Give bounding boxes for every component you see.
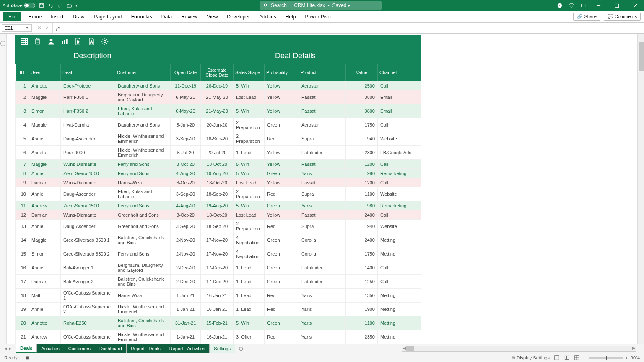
macro-record-icon[interactable]: ▣ [25, 355, 29, 360]
cell-product[interactable]: Aerostar [299, 118, 346, 132]
cell-id[interactable]: 9 [16, 178, 29, 187]
cell-est[interactable]: 16-Jan-21 [201, 330, 234, 344]
cell-est[interactable]: 17-Dec-20 [201, 261, 234, 275]
cell-id[interactable]: 15 [16, 247, 29, 261]
cell-deal[interactable]: Gree-Silverado 3500 1 [61, 233, 115, 247]
cell-product[interactable]: Supra [299, 187, 346, 201]
ribbon-tab-home[interactable]: Home [24, 12, 46, 21]
cell-open[interactable]: 2-Dec-20 [171, 261, 201, 275]
cell-stage[interactable]: 1. Lead [234, 261, 265, 275]
cell-product[interactable]: Pathfinder [299, 146, 346, 160]
cell-user[interactable]: Simon [29, 104, 61, 118]
cell-stage[interactable]: 1. Lead [234, 275, 265, 289]
gear-icon[interactable] [101, 37, 109, 46]
cell-customer[interactable]: Ferry and Sons [115, 160, 171, 169]
cell-prob[interactable]: Yellow [265, 146, 299, 160]
cell-customer[interactable]: Harris-Wiza [115, 178, 171, 187]
cell-customer[interactable]: Daugherty and Sons [115, 118, 171, 132]
cell-prob[interactable]: Red [265, 330, 299, 344]
col-opendate[interactable]: Open Date [171, 64, 201, 81]
cell-stage[interactable]: 3. Offer [234, 330, 265, 344]
cell-open[interactable]: 3-Sep-20 [171, 187, 201, 201]
doc-d-icon[interactable]: D [74, 37, 82, 46]
cell-user[interactable]: Annie [29, 132, 61, 146]
cell-deal[interactable]: O'Co-Cutlass Supreme 2 [61, 303, 115, 316]
cell-customer[interactable]: Ferry and Sons [115, 247, 171, 261]
table-row[interactable]: 18MattO'Co-Cutlass Supreme 1Harris-Wiza1… [16, 289, 421, 303]
table-row[interactable]: 1AnnetteEber-ProtegeDaugherty and Sons11… [16, 81, 421, 90]
cell-est[interactable]: 21-May-20 [201, 90, 234, 104]
cell-user[interactable]: Simon [29, 247, 61, 261]
cell-prob[interactable]: Yellow [265, 81, 299, 90]
zoom-out-icon[interactable]: − [584, 355, 587, 360]
ribbon-tab-data[interactable]: Data [157, 12, 176, 21]
cell-user[interactable]: Annette [29, 81, 61, 90]
page-break-view-icon[interactable] [574, 355, 580, 361]
qat-customize-icon[interactable]: ▾ [75, 3, 78, 8]
table-row[interactable]: 2MaggieHarr-F350 1Bergnaum, Daugherty an… [16, 90, 421, 104]
cell-open[interactable]: 6-May-20 [171, 104, 201, 118]
sheet-tab-activities[interactable]: Activities [37, 344, 64, 353]
accept-formula-icon[interactable]: ✓ [45, 25, 49, 31]
cell-stage[interactable]: 1. Lead [234, 289, 265, 303]
cell-open[interactable]: 5-Jul-20 [171, 146, 201, 160]
cell-id[interactable]: 2 [16, 90, 29, 104]
table-row[interactable]: 5AnnieDaug-AscenderHickle, Wintheiser an… [16, 132, 421, 146]
cell-channel[interactable]: Email [378, 104, 421, 118]
cell-product[interactable]: Yaris [299, 201, 346, 210]
cell-channel[interactable]: Metting [378, 289, 421, 303]
cell-channel[interactable]: Metting [378, 303, 421, 316]
cell-channel[interactable]: Call [378, 160, 421, 169]
grid-icon[interactable] [20, 37, 29, 46]
worksheet-area[interactable]: D A Description Deal Details ID User Dea… [7, 34, 637, 344]
cell-value[interactable]: 2400 [346, 210, 378, 220]
cell-open[interactable]: 31-Jan-21 [171, 316, 201, 330]
cell-user[interactable]: Matt [29, 289, 61, 303]
cell-channel[interactable]: Website [378, 132, 421, 146]
sheet-tab-report-activities[interactable]: Report - Activities [165, 344, 210, 353]
table-row[interactable]: 10AnnieDaug-AscenderEbert, Kulas and Lab… [16, 187, 421, 201]
ribbon-tab-developer[interactable]: Developer [223, 12, 254, 21]
cell-id[interactable]: 21 [16, 330, 29, 344]
cell-id[interactable]: 1 [16, 81, 29, 90]
col-channel[interactable]: Channel [378, 64, 421, 81]
cell-est[interactable]: 17-Nov-20 [201, 233, 234, 247]
cell-open[interactable]: 2-Nov-20 [171, 247, 201, 261]
cell-value[interactable]: 1750 [346, 247, 378, 261]
cell-open[interactable]: 6-May-20 [171, 90, 201, 104]
table-row[interactable]: 7MaggieWuns-DiamanteFerry and Sons3-Oct-… [16, 160, 421, 169]
cell-channel[interactable]: Call [378, 275, 421, 289]
cell-product[interactable]: Corolla [299, 233, 346, 247]
normal-view-icon[interactable] [554, 355, 560, 361]
cell-stage[interactable]: 5. Win [234, 316, 265, 330]
cell-est[interactable]: 18-Oct-20 [201, 178, 234, 187]
cell-est[interactable]: 16-Jan-21 [201, 303, 234, 316]
chart-icon[interactable] [60, 37, 69, 46]
cell-id[interactable]: 6 [16, 146, 29, 160]
scrollbar-thumb[interactable] [639, 42, 644, 71]
table-row[interactable]: 14MaggieGree-Silverado 3500 1Balistreri,… [16, 233, 421, 247]
cell-est[interactable]: 15-Feb-21 [201, 316, 234, 330]
cell-product[interactable]: Passat [299, 178, 346, 187]
cell-customer[interactable]: Daugherty and Sons [115, 81, 171, 90]
folder-icon[interactable] [66, 3, 72, 8]
cell-customer[interactable]: Bergnaum, Daugherty and Gaylord [115, 261, 171, 275]
cell-id[interactable]: 18 [16, 289, 29, 303]
cell-prob[interactable]: Red [265, 187, 299, 201]
close-button[interactable] [629, 0, 641, 11]
cell-user[interactable]: Maggie [29, 118, 61, 132]
col-prob[interactable]: Probability [265, 64, 299, 81]
cell-channel[interactable]: Website [378, 220, 421, 233]
comments-button[interactable]: 💬 Comments [604, 13, 641, 21]
cell-channel[interactable]: Remarketing [378, 169, 421, 178]
cell-stage[interactable]: 4. Negotiation [234, 247, 265, 261]
table-row[interactable]: 16AnnieBali-Avenger 1Bergnaum, Daugherty… [16, 261, 421, 275]
cell-est[interactable]: 19-Aug-20 [201, 169, 234, 178]
cell-value[interactable]: 1350 [346, 289, 378, 303]
cell-customer[interactable]: Balistreri, Cruickshank and Bins [115, 233, 171, 247]
table-row[interactable]: 3SimonHarr-F350 2Ebert, Kulas and Labadi… [16, 104, 421, 118]
cell-stage[interactable]: 5. Win [234, 104, 265, 118]
cell-stage[interactable]: 4. Negotiation [234, 233, 265, 247]
cell-value[interactable]: 3800 [346, 90, 378, 104]
zoom-slider[interactable] [589, 357, 623, 359]
